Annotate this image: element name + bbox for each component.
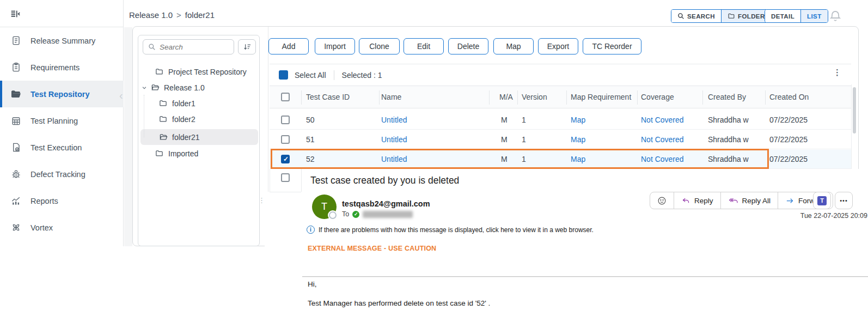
cell-coverage-link[interactable]: Not Covered: [641, 155, 684, 163]
cell-coverage-link[interactable]: Not Covered: [641, 116, 684, 124]
sidebar-item-vortex[interactable]: Vortex: [0, 214, 124, 241]
sidebar-scroll-gutter: [124, 27, 132, 246]
verified-badge-icon: ✓: [352, 211, 359, 218]
detail-button[interactable]: DETAIL: [765, 10, 800, 22]
search-button[interactable]: SEARCH: [671, 10, 721, 22]
sidebar-item-label: Vortex: [30, 223, 53, 232]
detail-list-toggle: DETAIL LIST: [765, 9, 828, 23]
sidebar-item-defect-tracking[interactable]: Defect Tracking: [0, 161, 124, 187]
edit-button[interactable]: Edit: [404, 38, 444, 54]
column-name[interactable]: Name: [381, 93, 401, 101]
tree-item-label: Project Test Repository: [168, 68, 247, 76]
tree-search-input[interactable]: [160, 43, 219, 51]
map-button-label: Map: [506, 42, 521, 51]
notice-text[interactable]: If there are problems with how this mess…: [319, 226, 594, 234]
table-row[interactable]: 51 Untitled M 1 Map Not Covered Shraddha…: [270, 130, 851, 149]
cell-name-link[interactable]: Untitled: [381, 155, 407, 163]
import-button[interactable]: Import: [315, 38, 355, 54]
emoji-reaction-button[interactable]: [650, 192, 674, 209]
select-all-checkbox[interactable]: [279, 70, 288, 80]
notification-bell-icon[interactable]: [829, 9, 842, 22]
sender-email[interactable]: testqasb24@gmail.com: [342, 199, 430, 208]
sidebar-item-label: Test Planning: [30, 117, 78, 125]
map-button[interactable]: Map: [493, 38, 534, 54]
sidebar-item-test-execution[interactable]: Test Execution: [0, 134, 124, 161]
column-version[interactable]: Version: [522, 93, 547, 101]
cell-name-link[interactable]: Untitled: [381, 135, 407, 144]
table-row[interactable]: 50 Untitled M 1 Map Not Covered Shraddha…: [270, 111, 851, 130]
cell-ma: M: [501, 116, 508, 124]
folder-button[interactable]: FOLDER: [721, 10, 771, 22]
row-checkbox-checked[interactable]: [281, 155, 290, 163]
tree-item-folder21[interactable]: folder21: [140, 129, 258, 145]
cell-ma: M: [501, 155, 508, 163]
chevron-down-icon[interactable]: [142, 85, 147, 90]
list-button-label: LIST: [807, 13, 822, 20]
cell-map-link[interactable]: Map: [571, 135, 585, 144]
share-to-teams-button[interactable]: T: [813, 192, 831, 209]
column-created-by[interactable]: Created By: [708, 93, 746, 101]
table-options-kebab-icon[interactable]: ⋮: [833, 68, 841, 77]
document-icon: [10, 35, 22, 47]
cell-created-by: Shraddha w: [708, 155, 749, 163]
import-button-label: Import: [324, 42, 346, 51]
add-button[interactable]: Add: [268, 38, 309, 54]
list-button[interactable]: LIST: [800, 10, 828, 22]
column-map-requirement[interactable]: Map Requirement: [571, 93, 631, 101]
breadcrumb-item[interactable]: Release 1.0: [129, 10, 173, 20]
tree-item-imported[interactable]: Imported: [140, 145, 258, 161]
column-test-case-id[interactable]: Test Case ID: [306, 93, 350, 101]
sidebar-item-release-summary[interactable]: Release Summary: [0, 27, 124, 54]
sidebar-item-test-planning[interactable]: Test Planning: [0, 107, 124, 134]
sidebar-edge-collapse-handle[interactable]: ‹: [119, 89, 123, 102]
column-coverage[interactable]: Coverage: [641, 93, 674, 101]
column-ma[interactable]: M/A: [499, 93, 513, 101]
cell-created-on: 07/22/2025: [769, 135, 808, 144]
sidebar-item-requirements[interactable]: Requirements: [0, 54, 124, 81]
reply-all-button[interactable]: Reply All: [720, 192, 778, 209]
cell-coverage-link[interactable]: Not Covered: [641, 135, 684, 144]
open-folder-icon: [158, 133, 168, 142]
search-button-label: SEARCH: [687, 13, 715, 20]
sidebar-collapse-icon[interactable]: [8, 7, 22, 21]
tree-item-folder1[interactable]: folder1: [140, 95, 258, 111]
table-header: Test Case ID Name M/A Version Map Requir…: [270, 86, 851, 108]
recipient-redacted: [363, 211, 413, 218]
tree-item-folder2[interactable]: folder2: [140, 111, 258, 127]
cell-created-on: 07/22/2025: [769, 155, 808, 163]
tc-reorder-button[interactable]: TC Reorder: [583, 38, 641, 54]
folder-icon: [155, 68, 164, 76]
cell-version: 1: [522, 155, 526, 163]
avatar-letter: T: [321, 201, 327, 212]
tree-item-label: folder2: [172, 115, 195, 124]
table-row-selected[interactable]: 52 Untitled M 1 Map Not Covered Shraddha…: [270, 150, 851, 169]
detail-button-label: DETAIL: [771, 13, 794, 20]
cell-map-link[interactable]: Map: [571, 116, 585, 124]
delete-button[interactable]: Delete: [448, 38, 488, 54]
folder-icon: [158, 115, 168, 124]
column-created-on[interactable]: Created On: [769, 93, 809, 101]
tree-sort-button[interactable]: [238, 39, 256, 54]
sidebar-header: [0, 0, 123, 27]
more-actions-button[interactable]: •••: [835, 192, 853, 209]
cell-map-link[interactable]: Map: [571, 155, 585, 163]
header-checkbox[interactable]: [281, 93, 290, 101]
breadcrumb-item[interactable]: folder21: [185, 10, 215, 20]
folder-icon: [155, 149, 164, 158]
folder-icon: [728, 13, 735, 20]
tree-indent-guide: [144, 95, 144, 137]
export-button[interactable]: Export: [538, 38, 578, 54]
row-checkbox[interactable]: [281, 116, 290, 124]
clone-button[interactable]: Clone: [359, 38, 400, 54]
tree-item-release-1-0[interactable]: Release 1.0: [140, 80, 258, 95]
tree-item-project-test-repository[interactable]: Project Test Repository: [140, 64, 258, 80]
reply-button[interactable]: Reply: [674, 192, 720, 209]
row-checkbox[interactable]: [281, 135, 290, 144]
table-scrollbar-thumb[interactable]: [853, 87, 856, 133]
row-checkbox[interactable]: [281, 173, 290, 182]
sidebar-item-test-repository[interactable]: Test Repository: [0, 81, 124, 107]
cell-name-link[interactable]: Untitled: [381, 116, 407, 124]
tree-item-label: Imported: [168, 149, 198, 158]
search-icon: [677, 13, 684, 20]
sidebar-item-reports[interactable]: Reports: [0, 187, 124, 214]
